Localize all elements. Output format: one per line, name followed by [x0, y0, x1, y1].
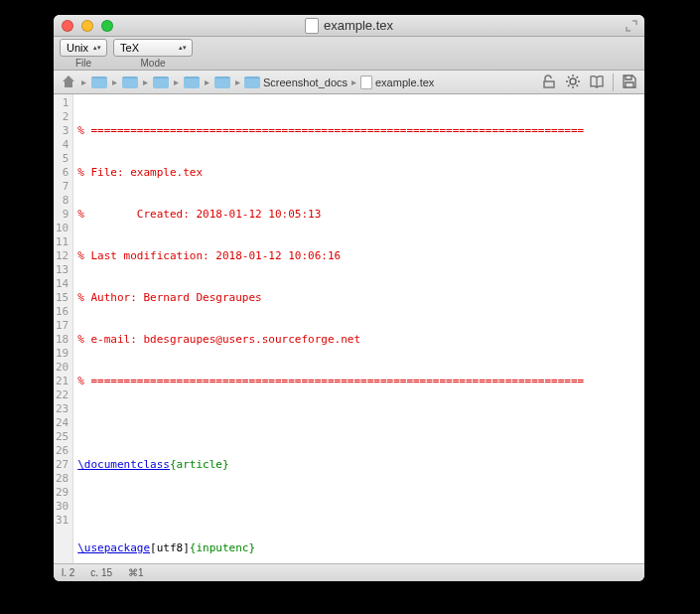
minimize-button[interactable]: [81, 20, 93, 32]
home-button[interactable]: [58, 74, 79, 91]
folder-button[interactable]: [119, 74, 141, 91]
code-editor[interactable]: 1234567891011121314151617181920212223242…: [54, 94, 644, 563]
home-icon: [61, 74, 76, 91]
line-gutter: 1234567891011121314151617181920212223242…: [54, 94, 73, 563]
reference-button[interactable]: [586, 74, 608, 91]
window-title: example.tex: [324, 18, 393, 33]
editor-window: example.tex Unix ▴▾ File TeX ▴▾ Mode ▸ ▸: [54, 15, 644, 581]
file-encoding-select[interactable]: Unix ▴▾: [60, 39, 107, 57]
settings-button[interactable]: [562, 74, 584, 91]
toolbar-divider: [613, 74, 614, 91]
document-icon: [305, 18, 319, 34]
save-icon: [622, 74, 637, 91]
chevron-right-icon: ▸: [143, 77, 148, 87]
mode-select[interactable]: TeX ▴▾: [113, 39, 193, 57]
folder-icon: [214, 77, 230, 88]
mode-select-label: Mode: [141, 58, 166, 69]
book-icon: [589, 74, 605, 91]
chevron-right-icon: ▸: [112, 77, 117, 87]
folder-icon: [153, 77, 169, 88]
folder-icon: [122, 77, 138, 88]
chevron-right-icon: ▸: [235, 77, 240, 87]
unlock-icon: [541, 74, 557, 91]
status-line: l. 2: [62, 567, 74, 578]
folder-icon: [184, 77, 200, 88]
folder-button[interactable]: [211, 74, 233, 91]
chevron-right-icon: ▸: [205, 77, 210, 87]
chevron-right-icon: ▸: [351, 77, 356, 87]
chevron-updown-icon: ▴▾: [178, 46, 188, 50]
titlebar: example.tex: [54, 15, 644, 37]
folder-button[interactable]: [181, 74, 203, 91]
chevron-right-icon: ▸: [174, 77, 179, 87]
save-button[interactable]: [619, 74, 640, 91]
breadcrumb-toolbar: ▸ ▸ ▸ ▸ ▸ ▸ Screenshot_docs ▸ example.te…: [54, 71, 644, 94]
lock-button[interactable]: [538, 74, 560, 91]
statusbar: l. 2 c. 15 ⌘1: [54, 563, 644, 581]
folder-button[interactable]: [88, 74, 110, 91]
breadcrumb-file[interactable]: example.tex: [358, 76, 436, 89]
svg-point-0: [570, 78, 576, 84]
mode-toolbar: Unix ▴▾ File TeX ▴▾ Mode: [54, 37, 644, 71]
file-select-label: File: [75, 58, 91, 69]
chevron-updown-icon: ▴▾: [92, 46, 102, 50]
folder-icon: [91, 77, 107, 88]
folder-icon: [244, 77, 260, 88]
code-content[interactable]: % ======================================…: [73, 94, 588, 563]
zoom-button[interactable]: [101, 20, 113, 32]
fullscreen-icon[interactable]: [625, 19, 638, 33]
breadcrumb-folder[interactable]: Screenshot_docs: [242, 77, 350, 88]
chevron-right-icon: ▸: [81, 77, 86, 87]
gear-icon: [565, 74, 581, 91]
folder-button[interactable]: [150, 74, 172, 91]
document-icon: [360, 76, 372, 89]
status-col: c. 15: [90, 567, 112, 578]
status-extra: ⌘1: [128, 567, 144, 578]
close-button[interactable]: [62, 20, 73, 32]
